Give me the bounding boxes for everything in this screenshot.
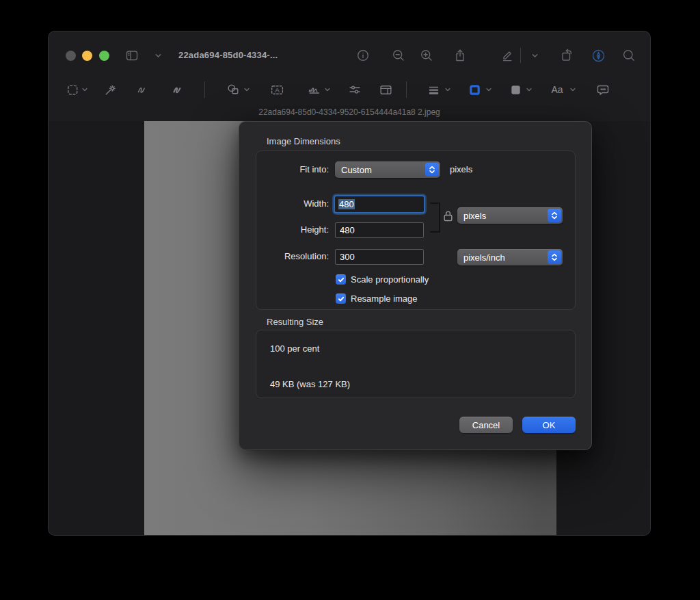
markup-options-chevron[interactable] (527, 46, 542, 65)
speech-bubble-icon (596, 83, 610, 96)
inspector-button[interactable] (353, 46, 373, 65)
shapes-button[interactable] (224, 80, 243, 99)
chevron-down-icon (444, 86, 451, 93)
fit-into-unit: pixels (450, 164, 472, 174)
pencil-icon (500, 49, 514, 62)
border-color-icon (468, 83, 481, 96)
zoom-window-button[interactable] (99, 51, 109, 61)
dimensions-group: Fit into: Custom pixels Width: 480 Heigh… (256, 151, 576, 310)
zoom-out-icon (392, 49, 405, 62)
share-button[interactable] (450, 46, 470, 65)
chevron-down-icon (81, 86, 88, 93)
sliders-icon (348, 83, 362, 96)
resample-image-label: Resample image (351, 294, 418, 304)
fill-color-icon (509, 83, 522, 96)
lock-icon (443, 210, 453, 222)
image-dimensions-dialog: Image Dimensions Fit into: Custom pixels… (239, 121, 592, 450)
adjust-size-button[interactable] (376, 80, 395, 99)
toolbar-divider (520, 48, 521, 63)
zoom-in-button[interactable] (417, 46, 436, 65)
popup-chevrons-icon (425, 163, 439, 177)
filename-bar: 22ada694-85d0-4334-9520-6154444a41a8 2.j… (49, 105, 650, 121)
sketch-icon (136, 83, 150, 96)
border-color-button[interactable] (465, 80, 484, 99)
resolution-field[interactable] (335, 249, 424, 265)
draw-tool-button[interactable] (169, 80, 188, 99)
scale-proportionally-label: Scale proportionally (351, 274, 429, 285)
sign-chevron[interactable] (321, 80, 334, 99)
fill-color-button[interactable] (506, 80, 525, 99)
markup-toolbar-toggle-button[interactable] (589, 46, 608, 65)
adjust-color-button[interactable] (345, 80, 364, 99)
scale-proportionally-row: Scale proportionally (336, 274, 429, 285)
fit-into-popup[interactable]: Custom (335, 161, 440, 178)
draw-icon (172, 83, 185, 96)
resolution-unit-value: pixels/inch (463, 252, 505, 263)
search-icon (622, 49, 636, 62)
zoom-out-button[interactable] (389, 46, 408, 65)
sketch-tool-button[interactable] (133, 80, 152, 99)
selection-tool-chevron[interactable] (79, 80, 91, 99)
sidebar-mode-chevron[interactable] (152, 46, 163, 65)
document-filename: 22ada694-85d0-4334-9520-6154444a41a8 2.j… (258, 107, 440, 117)
info-icon (356, 49, 370, 62)
line-style-chevron[interactable] (442, 80, 454, 99)
annotation-comments-button[interactable] (593, 80, 612, 99)
fill-color-chevron[interactable] (523, 80, 535, 99)
chevron-down-icon (324, 86, 331, 93)
width-label: Width: (256, 198, 329, 209)
width-field[interactable]: 480 (334, 195, 425, 213)
popup-chevrons-icon (548, 250, 561, 264)
markup-pencil-button[interactable] (498, 46, 517, 65)
chevron-down-icon (243, 86, 250, 93)
selection-icon (66, 83, 79, 96)
width-value: 480 (338, 199, 355, 209)
scale-proportionally-checkbox[interactable] (336, 274, 346, 285)
toolbar-divider (204, 81, 205, 98)
adjust-size-icon (379, 83, 393, 97)
resample-image-row: Resample image (336, 294, 418, 304)
height-label: Height: (256, 224, 329, 235)
search-button[interactable] (619, 46, 638, 65)
cancel-button[interactable]: Cancel (459, 417, 513, 433)
title-bar: 22ada694-85d0-4334-... (49, 31, 650, 73)
resulting-percent: 100 per cent (270, 343, 319, 354)
resolution-unit-popup[interactable]: pixels/inch (457, 249, 563, 265)
minimize-button[interactable] (82, 51, 92, 61)
text-box-button[interactable]: A (267, 80, 286, 99)
ok-button[interactable]: OK (522, 417, 576, 433)
rotate-left-button[interactable] (557, 46, 576, 65)
fit-into-value: Custom (341, 165, 372, 175)
text-box-icon: A (270, 83, 284, 97)
dialog-title: Image Dimensions (267, 136, 340, 146)
link-bracket (429, 202, 442, 233)
svg-text:A: A (275, 86, 280, 93)
resulting-size-title: Resulting Size (267, 317, 323, 327)
text-style-label: Aa (551, 84, 563, 95)
chevron-down-icon (569, 86, 576, 93)
rotate-left-icon (560, 49, 574, 62)
popup-chevrons-icon (548, 209, 561, 222)
close-button[interactable] (66, 51, 76, 61)
resulting-file-size: 49 KB (was 127 KB) (270, 379, 350, 389)
text-style-button[interactable]: Aa (546, 80, 568, 99)
shapes-icon (226, 83, 240, 96)
chevron-down-icon (154, 52, 162, 60)
markup-pen-circle-icon (591, 49, 606, 63)
zoom-in-icon (420, 49, 433, 62)
size-unit-value: pixels (463, 211, 486, 221)
toolbar-divider (406, 81, 407, 98)
instant-alpha-button[interactable] (100, 80, 120, 99)
size-unit-popup[interactable]: pixels (457, 207, 563, 224)
line-style-button[interactable] (424, 80, 443, 99)
resample-image-checkbox[interactable] (336, 294, 346, 304)
sidebar-toggle-button[interactable] (122, 46, 142, 65)
border-color-chevron[interactable] (483, 80, 495, 99)
sign-button[interactable] (304, 80, 323, 99)
resulting-size-group: 100 per cent 49 KB (was 127 KB) (256, 330, 576, 398)
signature-icon (307, 83, 321, 97)
shapes-chevron[interactable] (241, 80, 253, 99)
height-field[interactable] (335, 222, 424, 238)
text-style-chevron[interactable] (567, 80, 579, 99)
chevron-down-icon (485, 86, 492, 93)
